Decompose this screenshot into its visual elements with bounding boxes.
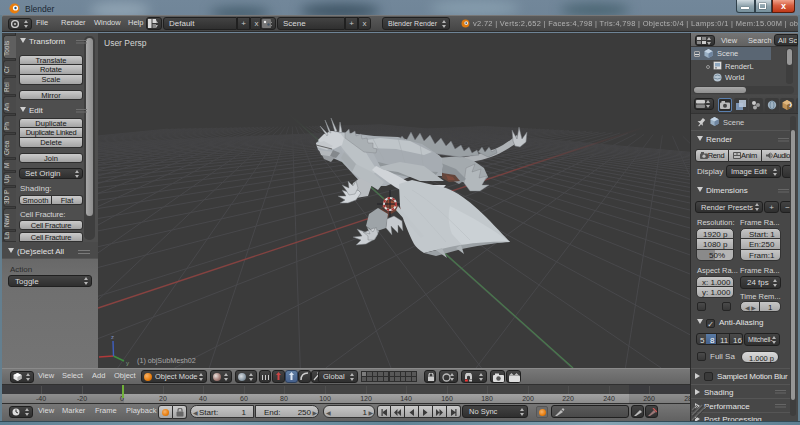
svg-text:z: z [111,334,114,340]
svg-text:(1) objSubMesh02: (1) objSubMesh02 [137,356,196,365]
svg-text:y: y [126,360,129,366]
svg-text:User Persp: User Persp [104,38,147,48]
